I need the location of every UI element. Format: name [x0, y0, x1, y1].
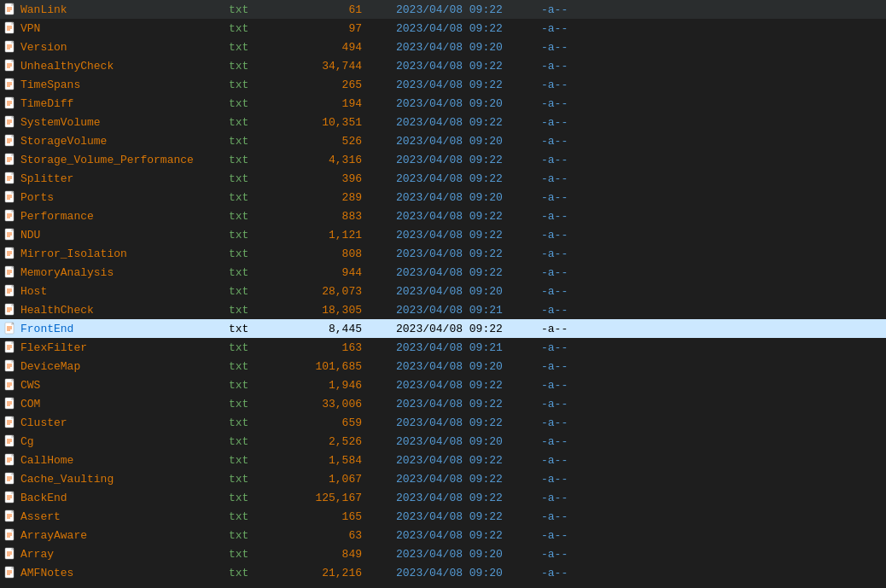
- file-size: 163: [277, 341, 379, 354]
- table-row[interactable]: Version txt 494 2023/04/08 09:20 -a--: [0, 38, 886, 56]
- table-row[interactable]: NDU txt 1,121 2023/04/08 09:22 -a--: [0, 225, 886, 244]
- file-icon: [3, 472, 17, 486]
- file-name: Splitter: [3, 172, 225, 185]
- file-attr: -a--: [533, 323, 883, 335]
- file-icon: [3, 209, 17, 223]
- table-row[interactable]: WanLink txt 61 2023/04/08 09:22 -a--: [0, 0, 886, 19]
- table-row[interactable]: HealthCheck txt 18,305 2023/04/08 09:21 …: [0, 300, 886, 319]
- table-row[interactable]: MemoryAnalysis txt 944 2023/04/08 09:22 …: [0, 263, 886, 282]
- file-name: AMFNotes: [3, 566, 225, 579]
- file-size: 28,073: [277, 285, 379, 298]
- file-attr: -a--: [533, 379, 883, 392]
- table-row[interactable]: Host txt 28,073 2023/04/08 09:20 -a--: [0, 282, 886, 300]
- file-type: txt: [225, 548, 277, 561]
- file-size: 1,067: [277, 473, 379, 486]
- table-row[interactable]: Assert txt 165 2023/04/08 09:22 -a--: [0, 507, 886, 526]
- file-attr: -a--: [533, 529, 883, 542]
- table-row[interactable]: Cluster txt 659 2023/04/08 09:22 -a--: [0, 413, 886, 432]
- file-date: 2023/04/08 09:20: [379, 97, 533, 110]
- file-name: Cg: [3, 434, 225, 448]
- file-type: txt: [225, 492, 277, 504]
- table-row[interactable]: FrontEnd txt 8,445 2023/04/08 09:22 -a--: [0, 319, 886, 338]
- table-row[interactable]: SystemVolume txt 10,351 2023/04/08 09:22…: [0, 113, 886, 131]
- table-row[interactable]: Storage_Volume_Performance txt 4,316 202…: [0, 150, 886, 169]
- file-date: 2023/04/08 09:22: [379, 473, 533, 486]
- file-date: 2023/04/08 09:20: [379, 567, 533, 579]
- file-icon: [3, 566, 17, 579]
- file-attr: -a--: [533, 229, 883, 242]
- file-date: 2023/04/08 09:22: [379, 22, 533, 35]
- file-type: txt: [225, 22, 277, 35]
- file-name: MemoryAnalysis: [3, 265, 225, 279]
- table-row[interactable]: UnhealthyCheck txt 34,744 2023/04/08 09:…: [0, 56, 886, 75]
- file-name: TimeDiff: [3, 96, 225, 110]
- file-date: 2023/04/08 09:20: [379, 435, 533, 448]
- file-attr: -a--: [533, 60, 883, 73]
- table-row[interactable]: Ports txt 289 2023/04/08 09:20 -a--: [0, 188, 886, 207]
- file-type: txt: [225, 229, 277, 242]
- file-type: txt: [225, 116, 277, 129]
- file-size: 2,526: [277, 435, 379, 448]
- file-type: txt: [225, 60, 277, 73]
- table-row[interactable]: Mirror_Isolation txt 808 2023/04/08 09:2…: [0, 244, 886, 263]
- file-date: 2023/04/08 09:22: [379, 379, 533, 392]
- file-date: 2023/04/08 09:21: [379, 341, 533, 354]
- table-row[interactable]: CallHome txt 1,584 2023/04/08 09:22 -a--: [0, 451, 886, 469]
- table-row[interactable]: Array txt 849 2023/04/08 09:20 -a--: [0, 544, 886, 563]
- file-name: BackEnd: [3, 491, 225, 504]
- file-size: 165: [277, 510, 379, 523]
- file-type: txt: [225, 567, 277, 579]
- file-date: 2023/04/08 09:20: [379, 41, 533, 54]
- table-row[interactable]: CWS txt 1,946 2023/04/08 09:22 -a--: [0, 376, 886, 394]
- file-attr: -a--: [533, 135, 883, 148]
- file-name: Storage_Volume_Performance: [3, 153, 225, 166]
- table-row[interactable]: TimeSpans txt 265 2023/04/08 09:22 -a--: [0, 75, 886, 94]
- table-row[interactable]: DeviceMap txt 101,685 2023/04/08 09:20 -…: [0, 357, 886, 376]
- file-size: 289: [277, 191, 379, 204]
- file-attr: -a--: [533, 97, 883, 110]
- file-icon: [3, 303, 17, 317]
- file-icon: [3, 134, 17, 148]
- table-row[interactable]: FlexFilter txt 163 2023/04/08 09:21 -a--: [0, 338, 886, 357]
- file-name: TimeSpans: [3, 78, 225, 91]
- table-row[interactable]: ArrayAware txt 63 2023/04/08 09:22 -a--: [0, 526, 886, 544]
- file-type: txt: [225, 398, 277, 410]
- file-name: Performance: [3, 209, 225, 223]
- table-row[interactable]: COM txt 33,006 2023/04/08 09:22 -a--: [0, 394, 886, 413]
- file-icon: [3, 190, 17, 204]
- table-row[interactable]: VPN txt 97 2023/04/08 09:22 -a--: [0, 19, 886, 38]
- file-date: 2023/04/08 09:22: [379, 323, 533, 335]
- file-attr: -a--: [533, 398, 883, 410]
- file-attr: -a--: [533, 3, 883, 16]
- table-row[interactable]: Splitter txt 396 2023/04/08 09:22 -a--: [0, 169, 886, 188]
- file-date: 2023/04/08 09:20: [379, 285, 533, 298]
- table-row[interactable]: Cache_Vaulting txt 1,067 2023/04/08 09:2…: [0, 469, 886, 488]
- table-row[interactable]: Performance txt 883 2023/04/08 09:22 -a-…: [0, 207, 886, 225]
- file-icon: [3, 528, 17, 542]
- file-size: 4,316: [277, 154, 379, 166]
- file-name: HealthCheck: [3, 303, 225, 317]
- file-name: WanLink: [3, 3, 225, 16]
- file-icon: [3, 434, 17, 448]
- file-size: 101,685: [277, 360, 379, 373]
- file-type: txt: [225, 379, 277, 392]
- file-name: Cache_Vaulting: [3, 472, 225, 486]
- file-icon: [3, 78, 17, 91]
- file-attr: -a--: [533, 247, 883, 260]
- file-type: txt: [225, 247, 277, 260]
- file-icon: [3, 153, 17, 166]
- file-type: txt: [225, 41, 277, 54]
- table-row[interactable]: AMFNotes txt 21,216 2023/04/08 09:20 -a-…: [0, 563, 886, 582]
- file-date: 2023/04/08 09:22: [379, 60, 533, 73]
- file-size: 34,744: [277, 60, 379, 73]
- table-row[interactable]: TimeDiff txt 194 2023/04/08 09:20 -a--: [0, 94, 886, 113]
- file-size: 10,351: [277, 116, 379, 129]
- table-row[interactable]: BackEnd txt 125,167 2023/04/08 09:22 -a-…: [0, 488, 886, 507]
- file-name: Mirror_Isolation: [3, 247, 225, 260]
- file-attr: -a--: [533, 210, 883, 223]
- file-size: 97: [277, 22, 379, 35]
- table-row[interactable]: StorageVolume txt 526 2023/04/08 09:20 -…: [0, 131, 886, 150]
- file-name: FlexFilter: [3, 341, 225, 354]
- table-row[interactable]: Cg txt 2,526 2023/04/08 09:20 -a--: [0, 432, 886, 451]
- file-date: 2023/04/08 09:22: [379, 398, 533, 410]
